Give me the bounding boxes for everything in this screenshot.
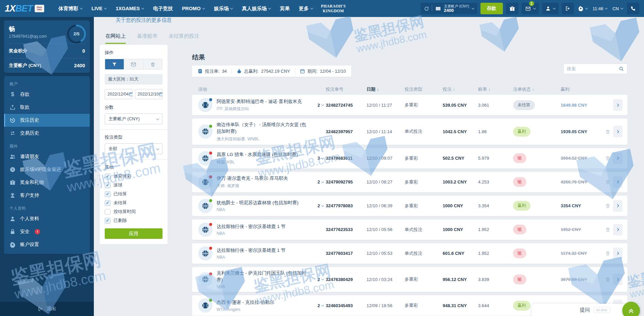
logout-button-top[interactable] xyxy=(562,3,574,14)
expand-selections-button[interactable]: 2 xyxy=(318,277,326,282)
settings-menu[interactable] xyxy=(577,6,589,11)
chevron-down-icon xyxy=(585,6,588,9)
date-to-input[interactable]: 2022/12/10 xyxy=(135,89,163,99)
column-header-注单状态[interactable]: 注单状态↓ xyxy=(513,86,561,92)
nav-item-电子竞技[interactable]: 电子竞技 xyxy=(153,5,173,12)
refresh-icon[interactable] xyxy=(424,6,429,11)
delete-filter-button[interactable] xyxy=(143,59,162,69)
more-info-link[interactable]: 关于您的投注的更多信息 xyxy=(116,17,172,23)
apply-button[interactable]: 应用 xyxy=(105,228,163,239)
sidebar-item-交易历史[interactable]: 交易历史 xyxy=(4,127,90,140)
sidebar-item-个人资料[interactable]: 个人资料 xyxy=(4,212,90,225)
open-bet-button[interactable] xyxy=(613,274,623,285)
trash-icon[interactable] xyxy=(605,179,610,185)
time-selector[interactable]: 11:46 xyxy=(592,6,609,11)
nav-item-体育博彩[interactable]: 体育博彩 xyxy=(58,5,82,12)
column-header-赢利[interactable]: 赢利 xyxy=(561,86,605,92)
sidebar-item-安全[interactable]: 安全! xyxy=(4,225,90,238)
trash-icon[interactable] xyxy=(605,129,610,135)
bet-date: 12/10 / 08:27 xyxy=(367,179,405,185)
account-select[interactable]: 主要帐户 (CNY) xyxy=(105,113,163,124)
open-bet-button[interactable] xyxy=(613,200,623,212)
tab-基准赔率[interactable]: 基准赔率 xyxy=(137,33,157,44)
nav-item-更多[interactable]: 更多 xyxy=(299,5,313,12)
nav-item-LIVE[interactable]: LIVE xyxy=(91,6,106,11)
column-header-投注类型[interactable]: 投注类型 xyxy=(405,86,443,92)
results-section: 结果 投注单:34总赢利:27542.19 CNY期间:12/04 - 12/1… xyxy=(192,51,627,316)
open-bet-button[interactable] xyxy=(613,153,623,164)
expand-selections-button[interactable]: 2 xyxy=(318,203,326,208)
checkbox-滚球[interactable]: ✓滚球 xyxy=(105,182,163,188)
trash-icon[interactable] xyxy=(605,155,610,161)
table-row[interactable]: 阿德里安·奥耶特滋巴奇 - 迪诺·普利兹米克ITF. 莫纳斯提尔站2324827… xyxy=(192,95,627,115)
messages-button[interactable]: 1 xyxy=(522,3,539,14)
checkbox-未结算[interactable]: ✓未结算 xyxy=(105,200,163,206)
column-header-活动[interactable]: 活动 xyxy=(198,86,326,92)
trash-icon[interactable] xyxy=(605,203,610,209)
nav-item-label: LIVE xyxy=(91,6,102,11)
nav-item-PROMO[interactable]: PROMO xyxy=(182,6,205,11)
nav-item-1XGAMES[interactable]: 1XGAMES xyxy=(116,6,144,11)
date-from-input[interactable]: 2022/12/04 xyxy=(105,89,133,99)
open-bet-button[interactable] xyxy=(613,224,623,235)
checkbox-已删除[interactable]: ✓已删除 xyxy=(105,217,163,224)
sidebar-item-账户设置[interactable]: 账户设置 xyxy=(4,238,90,251)
table-row[interactable]: 昌原 LG 猎隼 - 水原音速疆 (包括加时赛)韩国. KBL332479683… xyxy=(192,148,627,169)
sidebar-item-投注历史[interactable]: 投注历史 xyxy=(4,114,90,127)
expand-selections-button[interactable]: 2 xyxy=(318,303,326,308)
table-row[interactable]: 达拉斯独行侠 - 密尔沃基雄鹿 1 节NBA3247760341712/10 /… xyxy=(192,243,627,264)
checkbox-按结算时间[interactable]: 按结算时间 xyxy=(105,209,163,215)
nav-item-娱乐场[interactable]: 娱乐场 xyxy=(214,5,233,12)
column-header-日期[interactable]: 日期↓ xyxy=(367,86,405,92)
logout-button[interactable]: 退出 xyxy=(0,302,94,316)
filter-funnel-button[interactable] xyxy=(105,59,124,69)
sidebar-item-label: 存款 xyxy=(20,91,30,98)
nav-item-宾果[interactable]: 宾果 xyxy=(280,5,290,12)
open-bet-button[interactable] xyxy=(613,176,623,188)
column-header-投注[interactable]: 投注↓ xyxy=(443,86,478,92)
search-icon[interactable] xyxy=(619,66,624,71)
tab-未结算的投注[interactable]: 未结算的投注 xyxy=(169,33,199,44)
sidebar-item-奖金和礼物[interactable]: 奖金和礼物 xyxy=(4,176,90,189)
table-row[interactable]: 南边传单队（女子） - 汤斯维尔火力女篮 (包括加时赛)澳大利亚锦标赛. WNB… xyxy=(192,119,627,145)
language-selector[interactable]: CN xyxy=(611,6,624,11)
expand-selections-button[interactable]: 2 xyxy=(318,179,326,185)
brand-logo[interactable]: 1XBET Qatar 2022 xyxy=(5,3,44,14)
search-input[interactable] xyxy=(567,66,619,71)
basketball-icon xyxy=(198,272,213,286)
profile-button[interactable] xyxy=(542,3,559,14)
phone-button[interactable] xyxy=(627,3,639,14)
gift-button[interactable] xyxy=(506,3,519,14)
open-bet-button[interactable] xyxy=(613,126,623,137)
checkbox-体育博彩[interactable]: ✓体育博彩 xyxy=(105,173,163,179)
table-row[interactable]: 伊万·谢尔盖奇克 - 马赛尔·库马耶夫大师. 俄罗斯23247909279512… xyxy=(192,172,627,192)
sidebar-item-客户支持[interactable]: 客户支持 xyxy=(4,189,90,202)
checkbox-已结算[interactable]: ✓已结算 xyxy=(105,191,163,197)
open-bet-button[interactable] xyxy=(613,99,623,111)
status-badge: 未结算 xyxy=(513,100,535,110)
deposit-button[interactable]: 存款 xyxy=(480,3,503,14)
bet-type-select[interactable]: 全部 xyxy=(105,143,163,154)
nav-item-真人娱乐场[interactable]: 真人娱乐场 xyxy=(242,5,271,12)
trash-icon[interactable] xyxy=(605,227,610,232)
sort-down-icon: ↓ xyxy=(377,87,379,92)
mail-filter-button[interactable] xyxy=(124,59,143,69)
expand-selections-button[interactable]: 2 xyxy=(318,103,326,108)
table-row[interactable]: 达拉斯独行侠 - 密尔沃基雄鹿 1 节NBA3247762353312/10 /… xyxy=(192,220,627,240)
sidebar-item-存款[interactable]: $存款 xyxy=(4,88,90,101)
language-label: CN xyxy=(612,6,619,11)
pharaohs-kingdom-link[interactable]: PHARAOH'SKINGDOM xyxy=(321,4,346,14)
sidebar-item-娱乐场VIP现金返还[interactable]: 娱乐场VIP现金返还 xyxy=(4,163,90,176)
trash-icon[interactable] xyxy=(605,250,610,256)
trash-icon[interactable] xyxy=(605,277,610,282)
column-header-投注单号[interactable]: 投注单号 xyxy=(326,86,367,92)
sidebar-item-邀请朋友[interactable]: 邀请朋友 xyxy=(4,150,90,163)
account-selector[interactable]: 主要帐户 (CNY) 2400 xyxy=(421,3,477,14)
open-bet-button[interactable] xyxy=(613,248,623,259)
table-row[interactable]: 克利夫兰骑士 - 萨克拉门托国王队 (包括加时赛)NBA232476380429… xyxy=(192,267,627,292)
expand-selections-button[interactable]: 3 xyxy=(318,156,326,161)
sidebar-item-取款[interactable]: 取款 xyxy=(4,101,90,114)
table-row[interactable]: 犹他爵士 - 明尼苏达森林狼 (包括加时赛)NBA23247797808312/… xyxy=(192,196,627,216)
column-header-赔率[interactable]: 赔率↓ xyxy=(478,86,513,92)
tab-在网站上[interactable]: 在网站上 xyxy=(105,33,126,44)
